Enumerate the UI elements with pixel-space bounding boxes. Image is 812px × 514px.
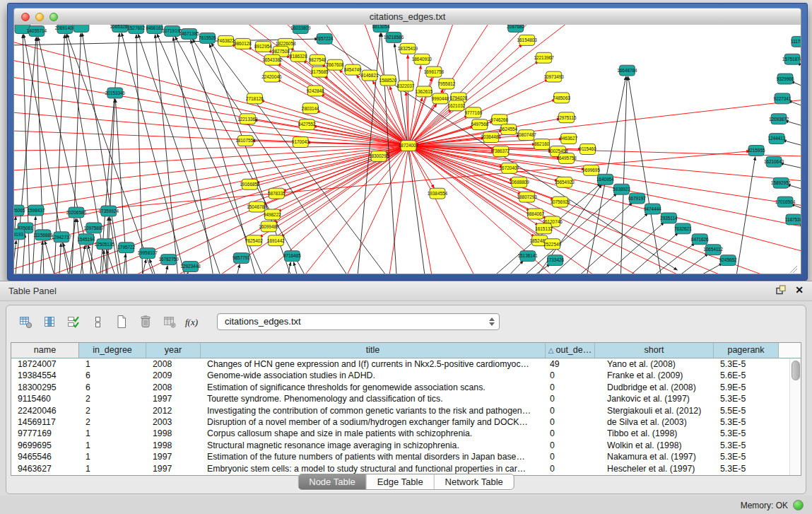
graph-edge-black[interactable] xyxy=(510,261,524,274)
tab-node-table[interactable]: Node Table xyxy=(298,474,366,489)
graph-edge-black[interactable] xyxy=(23,234,25,274)
graph-edge-black[interactable] xyxy=(143,259,146,274)
table-row[interactable]: 946362711997Embryonic stem cells: a mode… xyxy=(11,463,801,474)
table-cell[interactable]: Disruption of a novel member of a sodium… xyxy=(201,416,546,428)
graph-edge-black[interactable] xyxy=(620,77,627,274)
graph-edge-black[interactable] xyxy=(187,272,189,274)
table-row[interactable]: 1830029562008Estimation of significance … xyxy=(11,382,801,393)
table-row[interactable]: 946554611997Estimation of the future num… xyxy=(11,451,801,462)
table-cell[interactable]: 1 xyxy=(79,440,146,451)
table-cell[interactable]: 1998 xyxy=(146,440,201,451)
table-cell[interactable]: Estimation of significance thresholds fo… xyxy=(201,382,546,393)
graph-edge-black[interactable] xyxy=(100,33,119,274)
table-cell[interactable]: 5.3E-5 xyxy=(714,440,779,451)
table-cell[interactable]: Genome-wide association studies in ADHD. xyxy=(201,370,546,381)
graph-edge-black[interactable] xyxy=(294,262,298,274)
table-cell[interactable]: Tibbo et al. (1998) xyxy=(595,428,714,439)
table-cell[interactable]: Yano et al. (2008) xyxy=(595,358,714,370)
table-cell[interactable]: Corpus callosum shape and size in male p… xyxy=(201,428,546,439)
graph-edge-black[interactable] xyxy=(630,233,678,274)
table-cell[interactable]: 0 xyxy=(546,428,595,439)
graph-edge-red[interactable] xyxy=(408,146,474,274)
table-cell[interactable]: Changes of HCN gene expression and I(f) … xyxy=(201,358,546,370)
graph-edge-black[interactable] xyxy=(736,157,755,274)
table-cell[interactable]: 0 xyxy=(546,382,595,393)
table-cell[interactable]: 0 xyxy=(546,440,595,451)
table-cell[interactable]: 1 xyxy=(79,428,146,439)
row-cells-icon[interactable] xyxy=(87,313,108,331)
table-cell[interactable]: Tourette syndrome. Phenomenology and cla… xyxy=(201,393,546,404)
import-table-disabled-icon[interactable] xyxy=(159,313,180,331)
citation-network-graph[interactable]: 1405571420691406106532871527602846616310… xyxy=(14,25,801,274)
tab-network-table[interactable]: Network Table xyxy=(434,474,514,489)
table-cell[interactable]: 5.9E-5 xyxy=(714,382,779,393)
table-cell[interactable]: 9115460 xyxy=(11,393,79,404)
graph-edge-black[interactable] xyxy=(787,185,801,189)
show-column-icon[interactable] xyxy=(39,313,60,331)
table-selector-dropdown[interactable]: citations_edges.txt xyxy=(217,313,500,330)
graph-edge-red[interactable] xyxy=(408,146,678,274)
float-panel-icon[interactable] xyxy=(775,284,787,296)
table-cell[interactable]: 1998 xyxy=(146,428,201,439)
table-row[interactable]: 911546021997Tourette syndrome. Phenomeno… xyxy=(11,393,801,404)
table-cell[interactable]: 2008 xyxy=(146,382,201,393)
graph-edge-black[interactable] xyxy=(14,39,318,45)
graph-edge-black[interactable] xyxy=(139,34,220,274)
table-row[interactable]: 1456911722003Disruption of a novel membe… xyxy=(11,416,801,428)
window-titlebar[interactable]: citations_edges.txt xyxy=(13,8,801,26)
graph-edge-black[interactable] xyxy=(654,243,695,274)
graph-edge-black[interactable] xyxy=(783,140,801,146)
table-cell[interactable]: 9463627 xyxy=(11,463,79,474)
table-cell[interactable]: 5.3E-5 xyxy=(714,358,779,370)
table-cell[interactable]: 18724007 xyxy=(11,358,79,370)
table-settings-icon[interactable] xyxy=(15,313,36,331)
table-cell[interactable]: 0 xyxy=(546,393,595,404)
graph-edge-black[interactable] xyxy=(175,37,305,274)
table-row[interactable]: 969969511998Structural magnetic resonanc… xyxy=(11,440,801,451)
graph-edge-red[interactable] xyxy=(277,80,408,146)
table-cell[interactable]: 9777169 xyxy=(11,428,79,439)
table-row[interactable]: 977716911998Corpus callosum shape and si… xyxy=(11,428,801,439)
graph-edge-black[interactable] xyxy=(155,35,177,274)
table-cell[interactable]: 18300295 xyxy=(11,382,79,393)
graph-node[interactable] xyxy=(73,25,89,32)
table-cell[interactable]: 6 xyxy=(79,382,146,393)
table-cell[interactable]: 5.3E-5 xyxy=(714,463,779,474)
table-cell[interactable]: 5.3E-5 xyxy=(714,393,779,404)
tab-edge-table[interactable]: Edge Table xyxy=(366,474,434,489)
table-cell[interactable]: 5.5E-5 xyxy=(714,405,779,416)
table-cell[interactable]: 0 xyxy=(546,370,595,381)
table-cell[interactable]: 0 xyxy=(546,405,595,416)
column-header-pagerank[interactable]: pagerank xyxy=(714,343,779,358)
table-row[interactable]: 1938455462009Genome-wide association stu… xyxy=(11,370,801,381)
table-cell[interactable]: 5.3E-5 xyxy=(714,428,779,439)
table-cell[interactable]: 2 xyxy=(79,416,146,428)
table-cell[interactable]: Estimation of the future numbers of pati… xyxy=(201,451,546,462)
table-cell[interactable]: 1 xyxy=(79,358,146,370)
table-cell[interactable]: 6 xyxy=(79,370,146,381)
table-cell[interactable]: 5.6E-5 xyxy=(714,370,779,381)
table-cell[interactable]: de Silva et al. (2003) xyxy=(595,416,714,428)
new-document-icon[interactable] xyxy=(111,313,132,331)
scrollbar-thumb[interactable] xyxy=(792,361,800,380)
table-cell[interactable]: Dudbridge et al. (2008) xyxy=(595,382,714,393)
graph-edge-red[interactable] xyxy=(14,112,408,146)
column-header-name[interactable]: name xyxy=(11,343,79,358)
graph-edge-red[interactable] xyxy=(14,146,408,151)
graph-edge-black[interactable] xyxy=(136,35,143,274)
table-row[interactable]: 1872400712008Changes of HCN gene express… xyxy=(11,358,801,370)
table-cell[interactable]: 9699695 xyxy=(11,440,79,451)
column-header-title[interactable]: title xyxy=(201,343,546,358)
graph-edge-black[interactable] xyxy=(394,44,425,274)
table-cell[interactable]: Jankovic et al. (1997) xyxy=(595,393,714,404)
table-cell[interactable]: 0 xyxy=(546,451,595,462)
table-cell[interactable]: Stergiakouli et al. (2012) xyxy=(595,405,714,416)
table-cell[interactable]: 49 xyxy=(546,358,595,370)
graph-edge-black[interactable] xyxy=(166,266,167,274)
graph-edge-black[interactable] xyxy=(102,250,104,274)
table-cell[interactable]: 1997 xyxy=(146,393,201,404)
graph-edge-red[interactable] xyxy=(14,42,408,146)
graph-edge-black[interactable] xyxy=(40,241,42,274)
graph-edge-black[interactable] xyxy=(237,264,240,274)
graph-edge-red[interactable] xyxy=(14,146,408,209)
